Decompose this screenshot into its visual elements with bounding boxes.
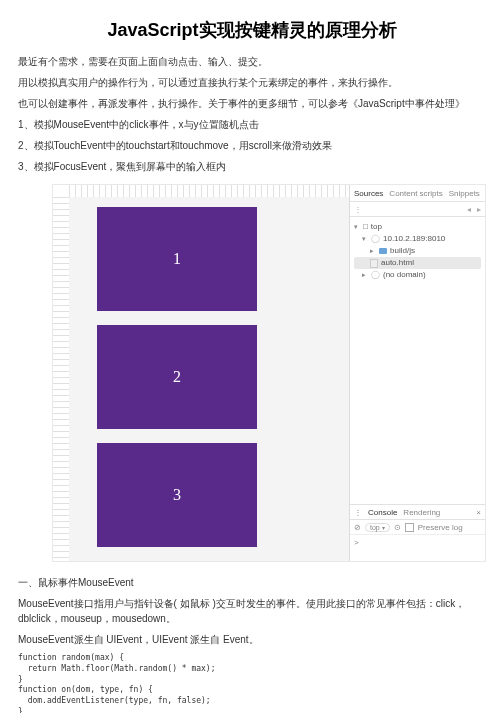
code-block: function random(max) { return Math.floor…: [18, 653, 486, 713]
intro-line-1: 最近有个需求，需要在页面上面自动点击、输入、提交。: [18, 54, 486, 69]
console-prompt: >: [354, 538, 359, 547]
file-tree: □ top ◯ 10.10.2.189:8010 build/js auto.h…: [350, 217, 485, 285]
devtools-toolbar: ⋮ ◂ ▸: [350, 202, 485, 217]
preserve-log-label: Preserve log: [418, 523, 463, 532]
console-toolbar: ⊘ top▾ ⊙ Preserve log: [350, 520, 485, 535]
tab-rendering[interactable]: Rendering: [403, 508, 440, 517]
intro-line-3: 也可以创建事件，再派发事件，执行操作。关于事件的更多细节，可以参考《JavaSc…: [18, 96, 486, 111]
filter-icon[interactable]: ⊙: [394, 523, 401, 532]
devtools-console-tabs: ⋮ Console Rendering ×: [350, 504, 485, 520]
step-3: 3、模拟FocusEvent，聚焦到屏幕中的输入框内: [18, 159, 486, 174]
tree-no-domain[interactable]: ◯ (no domain): [354, 269, 481, 281]
tab-content-scripts[interactable]: Content scripts: [389, 189, 442, 198]
purple-box-1[interactable]: 1: [97, 207, 257, 311]
tree-host[interactable]: ◯ 10.10.2.189:8010: [354, 233, 481, 245]
tab-console[interactable]: Console: [368, 508, 397, 517]
tab-sources[interactable]: Sources: [354, 189, 383, 198]
preserve-log-checkbox[interactable]: [405, 523, 414, 532]
screenshot-figure: 1 2 3 Sources Content scripts Snippets ⋮…: [52, 184, 486, 562]
devtools-source-tabs: Sources Content scripts Snippets: [350, 185, 485, 202]
close-icon[interactable]: ×: [476, 508, 481, 517]
purple-box-3[interactable]: 3: [97, 443, 257, 547]
context-selector[interactable]: top▾: [365, 523, 390, 532]
menu-icon-2[interactable]: ⋮: [354, 508, 362, 517]
folder-icon: [379, 248, 387, 254]
tree-top[interactable]: □ top: [354, 221, 481, 233]
purple-box-2[interactable]: 2: [97, 325, 257, 429]
tree-file-auto[interactable]: auto.html: [354, 257, 481, 269]
console-body[interactable]: >: [350, 535, 485, 561]
chevron-down-icon: ▾: [382, 524, 385, 531]
section-1-p1: MouseEvent接口指用户与指针设备( 如鼠标 )交互时发生的事件。使用此接…: [18, 596, 486, 626]
tab-snippets[interactable]: Snippets: [449, 189, 480, 198]
nav-left-icon[interactable]: ◂: [467, 205, 471, 214]
step-2: 2、模拟TouchEvent中的touchstart和touchmove，用sc…: [18, 138, 486, 153]
ruler-vertical: [53, 197, 70, 561]
clear-console-icon[interactable]: ⊘: [354, 523, 361, 532]
menu-icon[interactable]: ⋮: [354, 205, 362, 214]
devtools-panel: Sources Content scripts Snippets ⋮ ◂ ▸ □…: [349, 185, 485, 561]
tree-folder-buildjs[interactable]: build/js: [354, 245, 481, 257]
intro-line-2: 用以模拟真实用户的操作行为，可以通过直接执行某个元素绑定的事件，来执行操作。: [18, 75, 486, 90]
file-icon: [370, 259, 378, 268]
section-1-heading: 一、鼠标事件MouseEvent: [18, 576, 486, 590]
page-title: JavaScript实现按键精灵的原理分析: [18, 18, 486, 42]
nav-right-icon[interactable]: ▸: [477, 205, 481, 214]
canvas-area: 1 2 3: [69, 197, 350, 561]
section-1-p2: MouseEvent派生自 UIEvent，UIEvent 派生自 Event。: [18, 632, 486, 647]
step-1: 1、模拟MouseEvent中的click事件，x与y位置随机点击: [18, 117, 486, 132]
